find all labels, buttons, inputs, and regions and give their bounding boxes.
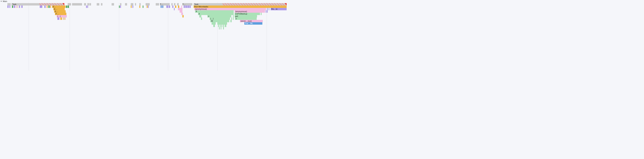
flame-bar[interactable] — [21, 6, 22, 8]
flame-bar[interactable] — [48, 6, 50, 8]
flame-bar-ft[interactable]: ft — [195, 10, 234, 13]
flame-bar[interactable] — [60, 18, 62, 20]
flame-bar-anonymous[interactable]: (anonymous) — [194, 8, 266, 10]
flame-bar[interactable] — [172, 6, 174, 8]
flame-bar[interactable] — [217, 22, 227, 25]
flame-bar-paren[interactable]: (…) — [56, 15, 67, 18]
flame-bar[interactable] — [181, 13, 183, 15]
flame-bar[interactable] — [139, 6, 140, 8]
flame-bar[interactable] — [233, 18, 234, 20]
flame-bar[interactable] — [181, 6, 182, 8]
flame-bar[interactable] — [199, 15, 201, 18]
flame-bar[interactable] — [231, 18, 232, 20]
flame-bar[interactable] — [225, 25, 226, 27]
flame-bar-e[interactable]: E… — [54, 10, 66, 13]
flame-bar[interactable] — [268, 8, 269, 10]
flame-bar[interactable] — [12, 6, 13, 8]
flame-bar[interactable] — [72, 3, 82, 6]
flame-bar[interactable] — [57, 18, 60, 20]
flame-bar-par_ml[interactable]: Par…ML — [244, 22, 262, 25]
flame-bar[interactable] — [131, 3, 133, 6]
flame-bar[interactable] — [201, 18, 202, 20]
flame-bar[interactable] — [146, 3, 150, 6]
flame-bar[interactable] — [267, 8, 268, 10]
flame-bar-e[interactable]: E… — [53, 8, 65, 10]
flame-bar[interactable] — [101, 3, 102, 6]
flame-bar[interactable] — [220, 27, 221, 30]
flame-bar[interactable] — [143, 6, 144, 8]
flame-bar-t_trunc[interactable]: T… — [182, 3, 192, 6]
flame-bar[interactable] — [139, 3, 141, 6]
flame-bar[interactable] — [16, 6, 17, 8]
flame-bar[interactable] — [148, 6, 149, 8]
flame-bar[interactable] — [220, 25, 220, 27]
flame-bar[interactable] — [68, 3, 71, 6]
flame-bar[interactable] — [175, 6, 176, 8]
flame-bar[interactable] — [135, 3, 136, 6]
flame-bar-paren[interactable]: (…) — [210, 18, 230, 20]
flame-bar-anonymous[interactable]: (anonymous) — [234, 10, 265, 13]
flame-bar[interactable] — [17, 6, 18, 8]
flame-bar[interactable] — [162, 6, 163, 8]
flame-bar[interactable] — [267, 10, 268, 13]
flame-chart[interactable]: TaskE…E…E…F…(…)T…T…TaskRun Microtasks(an… — [0, 2, 287, 70]
flame-bar[interactable] — [112, 3, 114, 6]
flame-bar[interactable] — [97, 3, 99, 6]
flame-bar-w[interactable]: W — [210, 20, 229, 22]
flame-bar[interactable] — [125, 3, 127, 6]
flame-bar[interactable] — [166, 6, 168, 8]
thread-header[interactable]: ▼ Main — [0, 0, 287, 2]
flame-bar[interactable] — [218, 25, 219, 27]
flame-bar[interactable] — [266, 10, 266, 13]
flame-bar[interactable] — [223, 25, 224, 27]
flame-bar[interactable] — [131, 6, 132, 8]
flame-bar[interactable] — [120, 6, 121, 8]
flame-bar[interactable] — [147, 6, 148, 8]
flame-bar[interactable] — [39, 3, 64, 6]
flame-bar[interactable] — [177, 3, 179, 6]
flame-bar[interactable] — [89, 3, 91, 6]
flame-bar[interactable] — [40, 6, 42, 8]
flame-bar[interactable] — [19, 6, 20, 8]
flame-bar[interactable] — [171, 3, 173, 6]
flame-bar[interactable] — [84, 3, 86, 6]
flame-bar[interactable] — [50, 6, 51, 8]
flame-bar[interactable] — [86, 6, 87, 8]
flame-bar[interactable] — [223, 27, 224, 30]
flame-bar[interactable] — [180, 10, 182, 13]
flame-bar[interactable] — [66, 6, 67, 8]
flame-bar-t_trunc[interactable]: T… — [160, 3, 170, 6]
flame-bar[interactable] — [63, 18, 66, 20]
flame-bar[interactable] — [184, 6, 185, 8]
flame-bar-z[interactable]: z — [207, 15, 231, 18]
flame-bar[interactable] — [178, 6, 179, 8]
flame-bar-lt[interactable]: lt — [198, 13, 234, 15]
flame-bar[interactable] — [182, 15, 184, 18]
flame-bar[interactable] — [174, 8, 175, 10]
flame-bar-rele[interactable]: Re…le — [270, 8, 286, 10]
flame-bar-exifToMarkup[interactable]: exifToMarkup — [234, 13, 260, 15]
flame-bar-get[interactable]: get — [234, 15, 257, 18]
flame-bar[interactable] — [213, 25, 215, 27]
flame-bar[interactable] — [119, 6, 120, 8]
flame-bar[interactable] — [161, 6, 162, 8]
flame-bar[interactable] — [68, 6, 69, 8]
disclosure-triangle-icon[interactable]: ▼ — [0, 0, 2, 2]
flame-bar[interactable] — [132, 6, 133, 8]
flame-bar[interactable] — [219, 27, 220, 30]
flame-bar[interactable] — [178, 8, 182, 10]
flame-bar[interactable] — [47, 6, 48, 8]
flame-bar[interactable] — [223, 3, 286, 6]
flame-bar[interactable] — [261, 13, 262, 15]
flame-bar[interactable] — [221, 25, 222, 27]
flame-bar-anon_ous[interactable]: (anon…ous) — [240, 20, 263, 22]
flame-bar[interactable] — [87, 6, 88, 8]
flame-bar[interactable] — [189, 6, 191, 8]
flame-bar[interactable] — [187, 6, 189, 8]
flame-bar[interactable] — [156, 3, 159, 6]
flame-bar[interactable] — [185, 6, 187, 8]
flame-bar[interactable] — [168, 6, 170, 8]
flame-bar[interactable] — [87, 3, 89, 6]
flame-bar[interactable] — [233, 15, 234, 18]
flame-bar-run_microtasks[interactable]: Run Microtasks — [194, 6, 286, 8]
